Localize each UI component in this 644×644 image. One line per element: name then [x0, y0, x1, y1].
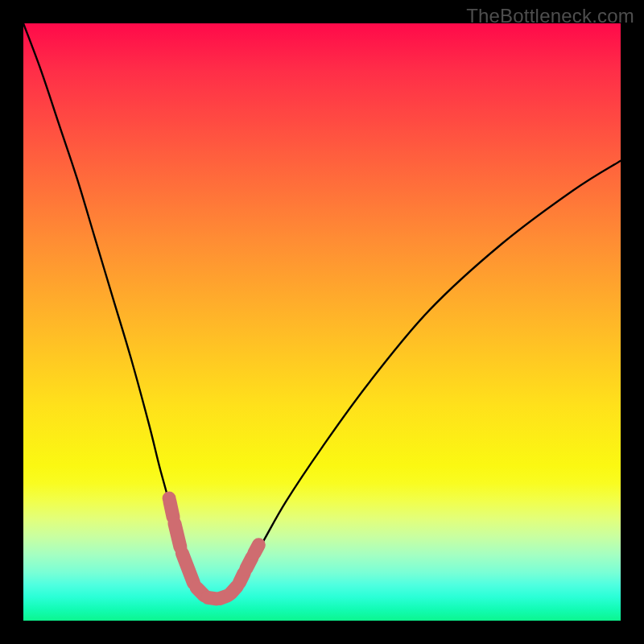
svg-point-11	[252, 538, 266, 551]
svg-line-2	[182, 553, 193, 583]
watermark-text: TheBottleneck.com	[466, 5, 634, 27]
highlight-markers	[23, 23, 621, 621]
svg-point-10	[163, 491, 176, 505]
svg-line-1	[175, 523, 180, 547]
plot-area	[23, 23, 621, 621]
chart-frame: TheBottleneck.com	[0, 0, 644, 644]
